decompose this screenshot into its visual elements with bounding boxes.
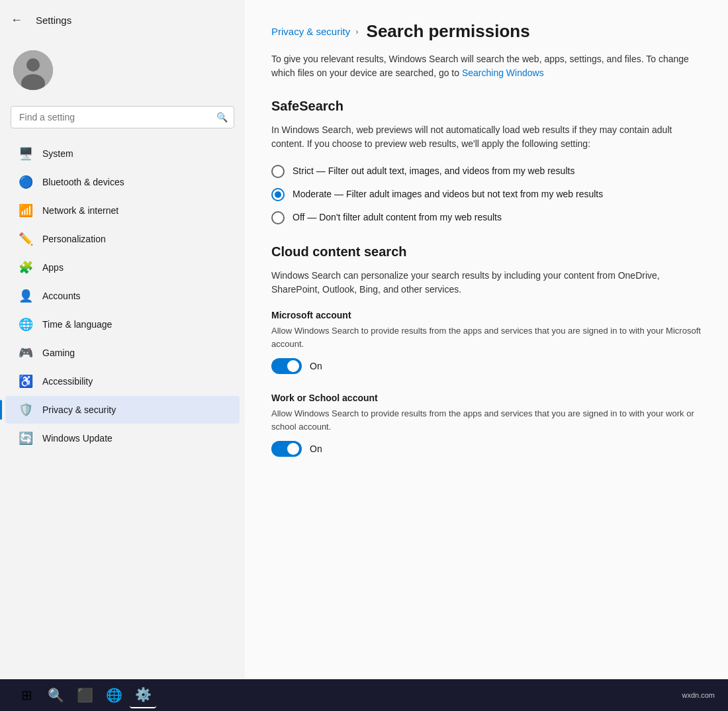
- apps-icon: 🧩: [19, 260, 33, 275]
- safesearch-section: SafeSearch In Windows Search, web previe…: [271, 99, 702, 224]
- time-icon: 🌐: [19, 317, 33, 332]
- cloud-content-description: Windows Search can personalize your sear…: [271, 269, 702, 297]
- sidebar-item-gaming[interactable]: 🎮Gaming: [5, 339, 240, 367]
- microsoft-account-toggle-label: On: [310, 361, 322, 371]
- sidebar-item-label-bluetooth: Bluetooth & devices: [42, 177, 124, 187]
- taskbar: ⊞🔍⬛🌐⚙️ wxdn.com: [0, 679, 728, 711]
- sidebar-item-network[interactable]: 📶Network & internet: [5, 197, 240, 224]
- work-school-desc: Allow Windows Search to provide results …: [271, 407, 702, 433]
- search-box: 🔍: [11, 106, 234, 128]
- searching-windows-link[interactable]: Searching Windows: [462, 68, 544, 78]
- search-input[interactable]: [11, 106, 234, 128]
- system-icon: 🖥️: [19, 146, 33, 161]
- safesearch-radio-group: Strict — Filter out adult text, images, …: [271, 164, 702, 224]
- nav-items: 🖥️System🔵Bluetooth & devices📶Network & i…: [0, 139, 245, 688]
- work-school-toggle[interactable]: [271, 441, 302, 457]
- taskbar-left: ⊞🔍⬛🌐⚙️: [13, 682, 156, 708]
- sidebar-item-privacy[interactable]: 🛡️Privacy & security: [5, 396, 240, 424]
- sidebar-item-bluetooth[interactable]: 🔵Bluetooth & devices: [5, 168, 240, 196]
- sidebar-item-label-accessibility: Accessibility: [42, 376, 93, 387]
- work-school-toggle-row: On: [271, 441, 702, 457]
- sidebar-item-label-privacy: Privacy & security: [42, 404, 116, 415]
- radio-label-moderate: Moderate — Filter adult images and video…: [293, 187, 603, 201]
- microsoft-account-desc: Allow Windows Search to provide results …: [271, 324, 702, 350]
- sidebar-item-system[interactable]: 🖥️System: [5, 140, 240, 167]
- sidebar-item-label-accounts: Accounts: [42, 291, 81, 301]
- network-icon: 📶: [19, 203, 33, 218]
- taskbar-settings-icon[interactable]: ⚙️: [130, 682, 156, 708]
- radio-label-strict: Strict — Filter out adult text, images, …: [293, 164, 574, 178]
- cloud-content-title: Cloud content search: [271, 244, 702, 260]
- cloud-content-section: Cloud content search Windows Search can …: [271, 244, 702, 457]
- svg-point-1: [26, 58, 40, 71]
- taskbar-file-icon[interactable]: ⬛: [71, 682, 98, 708]
- bluetooth-icon: 🔵: [19, 175, 33, 189]
- personalization-icon: ✏️: [19, 232, 33, 246]
- microsoft-account-title: Microsoft account: [271, 310, 702, 320]
- sidebar-item-label-gaming: Gaming: [42, 348, 75, 358]
- radio-off[interactable]: [271, 211, 285, 224]
- work-school-toggle-label: On: [310, 444, 322, 454]
- sidebar-item-accounts[interactable]: 👤Accounts: [5, 282, 240, 310]
- search-icon: 🔍: [216, 112, 228, 122]
- sidebar-item-label-windowsupdate: Windows Update: [42, 433, 113, 444]
- page-title: Search permissions: [367, 21, 530, 42]
- sidebar-item-windowsupdate[interactable]: 🔄Windows Update: [5, 424, 240, 452]
- windows-start-icon[interactable]: ⊞: [13, 682, 40, 708]
- radio-moderate[interactable]: [271, 188, 285, 201]
- sidebar-item-accessibility[interactable]: ♿Accessibility: [5, 367, 240, 395]
- back-button[interactable]: ←: [5, 11, 28, 30]
- radio-item-off: Off — Don't filter adult content from my…: [271, 211, 702, 224]
- radio-strict[interactable]: [271, 165, 285, 178]
- sidebar-item-label-time: Time & language: [42, 319, 112, 330]
- accessibility-icon: ♿: [19, 374, 33, 389]
- safesearch-description: In Windows Search, web previews will not…: [271, 123, 702, 151]
- taskbar-search-icon[interactable]: 🔍: [42, 682, 69, 708]
- avatar-section: [0, 40, 245, 101]
- system-tray: wxdn.com: [682, 691, 715, 699]
- gaming-icon: 🎮: [19, 346, 33, 360]
- sidebar-header: ← Settings: [0, 0, 245, 40]
- work-school-title: Work or School account: [271, 393, 702, 403]
- radio-item-moderate: Moderate — Filter adult images and video…: [271, 187, 702, 201]
- sidebar-item-label-system: System: [42, 148, 73, 159]
- taskbar-browser-icon[interactable]: 🌐: [101, 682, 127, 708]
- microsoft-account-toggle-row: On: [271, 358, 702, 374]
- privacy-icon: 🛡️: [19, 403, 33, 417]
- work-school-account-section: Work or School account Allow Windows Sea…: [271, 393, 702, 457]
- sidebar: ← Settings 🔍 🖥️System🔵Bluetooth & device…: [0, 0, 245, 688]
- avatar: [13, 50, 53, 90]
- sidebar-title: Settings: [36, 15, 71, 26]
- safesearch-title: SafeSearch: [271, 99, 702, 114]
- microsoft-account-toggle[interactable]: [271, 358, 302, 374]
- sidebar-item-label-network: Network & internet: [42, 205, 118, 216]
- radio-label-off: Off — Don't filter adult content from my…: [293, 211, 502, 224]
- windowsupdate-icon: 🔄: [19, 431, 33, 446]
- breadcrumb-parent[interactable]: Privacy & security: [271, 26, 350, 37]
- accounts-icon: 👤: [19, 289, 33, 303]
- breadcrumb-separator: ›: [355, 26, 358, 36]
- breadcrumb: Privacy & security › Search permissions: [271, 21, 702, 42]
- sidebar-item-time[interactable]: 🌐Time & language: [5, 310, 240, 338]
- sidebar-item-label-personalization: Personalization: [42, 234, 106, 244]
- sidebar-item-apps[interactable]: 🧩Apps: [5, 254, 240, 281]
- sidebar-item-personalization[interactable]: ✏️Personalization: [5, 225, 240, 253]
- radio-item-strict: Strict — Filter out adult text, images, …: [271, 164, 702, 178]
- microsoft-account-section: Microsoft account Allow Windows Search t…: [271, 310, 702, 374]
- sidebar-item-label-apps: Apps: [42, 262, 64, 273]
- intro-text: To give you relevant results, Windows Se…: [271, 52, 702, 80]
- main-content: Privacy & security › Search permissions …: [245, 0, 728, 685]
